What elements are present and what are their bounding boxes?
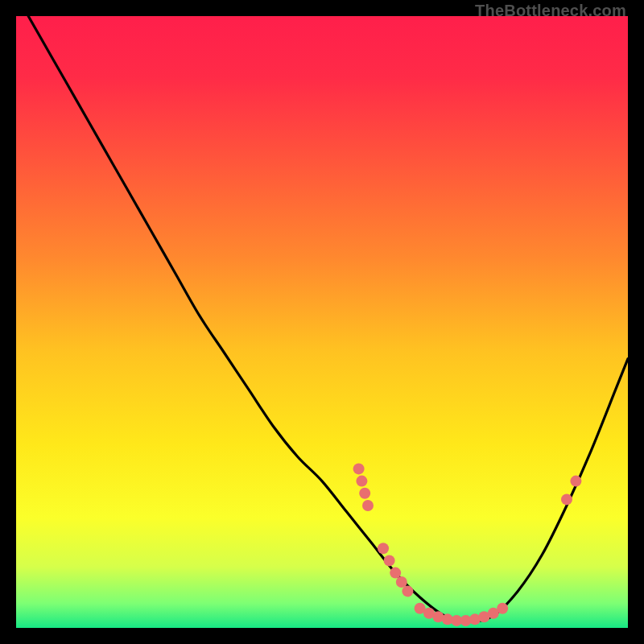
curve-layer	[16, 16, 628, 628]
data-point	[362, 500, 374, 511]
chart-stage: TheBottleneck.com	[0, 0, 644, 644]
data-point	[378, 543, 389, 554]
data-point	[402, 585, 413, 597]
data-point	[353, 463, 365, 474]
bottleneck-curve	[28, 16, 628, 621]
data-point	[359, 488, 370, 499]
data-point	[570, 476, 581, 487]
data-point	[390, 568, 401, 579]
data-point	[384, 555, 395, 566]
data-point	[396, 576, 407, 588]
data-point	[497, 603, 508, 614]
data-point	[356, 476, 367, 487]
plot-area	[16, 16, 628, 628]
data-point	[561, 493, 572, 505]
